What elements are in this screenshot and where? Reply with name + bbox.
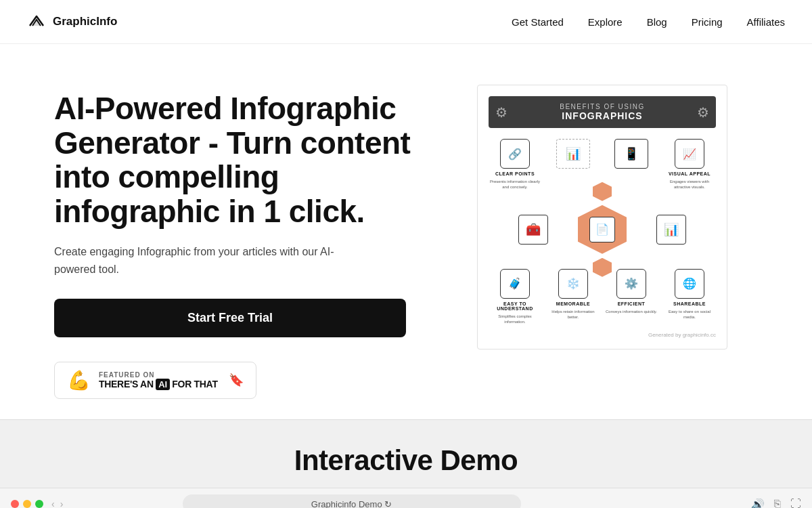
gear-left-icon: ⚙ bbox=[495, 104, 508, 121]
main-hex: 📄 bbox=[578, 205, 627, 254]
efficient-desc: Conveys information quickly. bbox=[606, 309, 657, 314]
bottom-hex bbox=[593, 258, 612, 277]
interactive-demo-section: Interactive Demo ‹ › Graphicinfo Demo ↻ … bbox=[0, 419, 812, 508]
hero-subtitle: Create engaging Infographic from your ar… bbox=[54, 243, 352, 278]
memorable-desc: Helps retain information better. bbox=[547, 309, 600, 320]
browser-dot-minimize[interactable] bbox=[23, 500, 31, 508]
left-connector: 🧰 bbox=[489, 215, 578, 245]
infographic-bottom-row: 🧳 EASY TO UNDERSTAND Simplifies complex … bbox=[489, 269, 716, 325]
navbar-links: Get Started Explore Blog Pricing Affilia… bbox=[512, 16, 785, 28]
navbar: GraphicInfo Get Started Explore Blog Pri… bbox=[0, 0, 812, 44]
hero-section: AI-Powered Infographic Generator - Turn … bbox=[0, 44, 812, 419]
interactive-demo-title: Interactive Demo bbox=[0, 444, 812, 477]
easy-icon: 🧳 bbox=[500, 269, 530, 299]
logo-icon bbox=[27, 12, 46, 31]
info-cell-easy: 🧳 EASY TO UNDERSTAND Simplifies complex … bbox=[489, 269, 541, 325]
shareable-icon: 🌐 bbox=[675, 269, 704, 299]
featured-badge-icon: 💪 bbox=[67, 369, 91, 391]
browser-back-button[interactable]: ‹ bbox=[51, 499, 55, 508]
browser-refresh-icon[interactable]: ↻ bbox=[384, 499, 392, 508]
featured-name: THERE'S AN AI FOR THAT bbox=[99, 379, 218, 389]
infographic-center-row: 🧰 📄 📊 bbox=[489, 196, 716, 263]
efficient-label: EFFICIENT bbox=[618, 301, 646, 306]
top-hex bbox=[593, 182, 612, 201]
browser-bar: ‹ › Graphicinfo Demo ↻ 🔊 ⎘ ⛶ bbox=[0, 488, 812, 508]
clear-points-icon: 🔗 bbox=[500, 139, 530, 169]
nav-get-started[interactable]: Get Started bbox=[512, 16, 564, 28]
clear-points-desc: Presents information clearly and concise… bbox=[489, 179, 541, 190]
easy-desc: Simplifies complex information. bbox=[489, 314, 541, 325]
memorable-label: MEMORABLE bbox=[556, 301, 590, 306]
bookmark-icon: 🔖 bbox=[229, 373, 244, 387]
nav-pricing[interactable]: Pricing bbox=[692, 16, 723, 28]
visual-appeal-label: VISUAL APPEAL bbox=[669, 171, 710, 176]
dashed-box-tl: 📊 bbox=[556, 139, 590, 169]
shareable-label: SHAREABLE bbox=[673, 301, 706, 306]
nav-blog[interactable]: Blog bbox=[647, 16, 667, 28]
nav-explore[interactable]: Explore bbox=[588, 16, 623, 28]
logo[interactable]: GraphicInfo bbox=[27, 12, 117, 31]
browser-fullscreen-icon[interactable]: ⛶ bbox=[790, 498, 801, 508]
hero-left: AI-Powered Infographic Generator - Turn … bbox=[54, 85, 447, 399]
infographic-title-small: BENEFITS OF USING bbox=[499, 103, 705, 110]
clear-points-label: CLEAR POINTS bbox=[495, 171, 535, 176]
left-connector-box: 🧰 bbox=[518, 215, 548, 245]
browser-share-icon[interactable]: ⎘ bbox=[774, 498, 781, 508]
info-cell-visual-appeal: 📈 VISUAL APPEAL Engages viewers with att… bbox=[663, 139, 716, 190]
browser-url-bar[interactable]: Graphicinfo Demo ↻ bbox=[183, 494, 521, 508]
browser-dot-close[interactable] bbox=[11, 500, 19, 508]
browser-dot-maximize[interactable] bbox=[35, 500, 43, 508]
browser-right-icons: 🔊 ⎘ ⛶ bbox=[751, 498, 801, 508]
nav-affiliates[interactable]: Affiliates bbox=[747, 16, 785, 28]
infographic-title-bar: ⚙ BENEFITS OF USING INFOGRAPHICS ⚙ bbox=[489, 96, 716, 128]
shareable-desc: Easy to share on social media. bbox=[663, 309, 716, 320]
gear-right-icon: ⚙ bbox=[697, 104, 709, 121]
right-connector-box: 📊 bbox=[656, 215, 686, 245]
hero-title: AI-Powered Infographic Generator - Turn … bbox=[54, 91, 447, 228]
hero-right: ⚙ BENEFITS OF USING INFOGRAPHICS ⚙ 🔗 CLE… bbox=[474, 85, 731, 350]
browser-forward-button[interactable]: › bbox=[60, 499, 64, 508]
browser-nav: ‹ › bbox=[51, 499, 63, 508]
phone-icon-box: 📱 bbox=[614, 139, 648, 169]
featured-badge: 💪 FEATURED ON THERE'S AN AI FOR THAT 🔖 bbox=[54, 362, 256, 399]
infographic-title-big: INFOGRAPHICS bbox=[499, 110, 705, 121]
generated-by: Generated by graphicinfo.cc bbox=[489, 332, 716, 338]
featured-badge-text: FEATURED ON THERE'S AN AI FOR THAT bbox=[99, 371, 218, 389]
featured-on-label: FEATURED ON bbox=[99, 371, 218, 379]
browser-dots bbox=[11, 500, 43, 508]
info-cell-shareable: 🌐 SHAREABLE Easy to share on social medi… bbox=[663, 269, 716, 325]
visual-appeal-icon: 📈 bbox=[675, 139, 704, 169]
easy-label: EASY TO UNDERSTAND bbox=[489, 301, 541, 311]
main-hex-container: 📄 bbox=[578, 205, 627, 254]
info-cell-efficient: ⚙️ EFFICIENT Conveys information quickly… bbox=[605, 269, 658, 325]
browser-speaker-icon[interactable]: 🔊 bbox=[751, 498, 765, 508]
cta-button[interactable]: Start Free Trial bbox=[54, 299, 406, 337]
info-cell-clear-points: 🔗 CLEAR POINTS Presents information clea… bbox=[489, 139, 541, 190]
infographic-display: ⚙ BENEFITS OF USING INFOGRAPHICS ⚙ 🔗 CLE… bbox=[477, 85, 727, 350]
center-hex-area: 📄 bbox=[578, 182, 627, 277]
hex-inner-icon: 📄 bbox=[589, 217, 615, 242]
browser-url-text: Graphicinfo Demo bbox=[311, 499, 382, 508]
visual-appeal-desc: Engages viewers with attractive visuals. bbox=[663, 179, 716, 190]
info-cell-memorable: ❄️ MEMORABLE Helps retain information be… bbox=[547, 269, 600, 325]
logo-text: GraphicInfo bbox=[53, 15, 117, 28]
right-connector: 📊 bbox=[627, 215, 716, 245]
